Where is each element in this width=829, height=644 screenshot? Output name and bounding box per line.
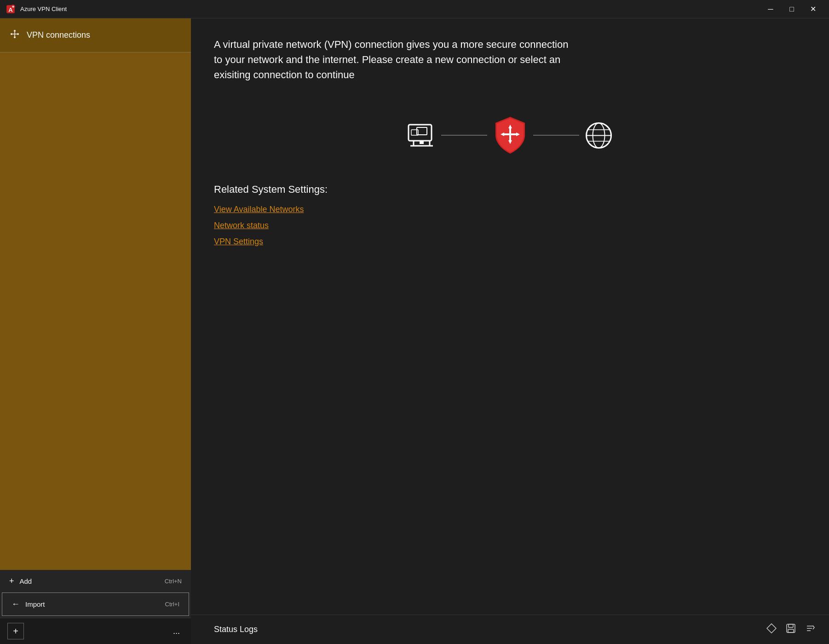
sidebar-header: VPN connections (0, 18, 191, 52)
add-action-left: + Add (9, 576, 32, 586)
add-icon: + (9, 576, 14, 586)
diagram-line-2 (533, 135, 579, 136)
sidebar-content (0, 52, 191, 570)
sort-log-button[interactable] (805, 623, 815, 636)
add-label: Add (20, 577, 32, 585)
related-settings-title: Related System Settings: (214, 184, 806, 196)
main-description: A virtual private network (VPN) connecti… (214, 37, 573, 82)
minimize-button[interactable]: ─ (760, 0, 781, 18)
import-icon: ← (12, 599, 20, 609)
vpn-settings-link[interactable]: VPN Settings (214, 237, 263, 247)
import-label: Import (25, 600, 45, 608)
svg-point-9 (14, 30, 16, 32)
window-controls: ─ □ ✕ (760, 0, 823, 18)
sidebar-header-label: VPN connections (27, 30, 90, 40)
status-logs-icons (766, 623, 815, 636)
app-title: Azure VPN Client (20, 6, 760, 12)
main-content: A virtual private network (VPN) connecti… (191, 18, 829, 644)
svg-rect-33 (789, 624, 793, 627)
svg-rect-17 (420, 141, 424, 144)
footer-add-button[interactable]: + (7, 623, 24, 639)
footer-more-button[interactable]: ... (169, 625, 184, 638)
save-log-button[interactable] (786, 623, 796, 636)
sidebar-footer: + ... (0, 618, 191, 644)
action-menu: + Add Ctrl+N ← Import Ctrl+I (0, 570, 191, 618)
clear-log-button[interactable] (766, 623, 777, 636)
status-logs-title: Status Logs (214, 625, 258, 634)
globe-icon (584, 121, 614, 150)
app-body: VPN connections + Add Ctrl+N ← Import Ct… (0, 18, 829, 644)
related-settings: Related System Settings: View Available … (214, 184, 806, 253)
svg-marker-31 (767, 624, 776, 633)
status-logs-bar: Status Logs (191, 615, 829, 644)
import-action-left: ← Import (12, 599, 45, 609)
title-bar: ⬡ A Azure VPN Client ─ □ ✕ (0, 0, 829, 18)
sidebar: VPN connections + Add Ctrl+N ← Import Ct… (0, 18, 191, 644)
import-shortcut: Ctrl+I (165, 601, 179, 608)
svg-point-8 (17, 33, 19, 35)
svg-point-7 (11, 33, 12, 35)
shield-icon (492, 115, 529, 156)
view-available-networks-link[interactable]: View Available Networks (214, 205, 304, 214)
svg-rect-34 (788, 629, 794, 632)
maximize-button[interactable]: □ (781, 0, 802, 18)
azure-logo-icon: ⬡ A (6, 4, 16, 14)
vpn-diagram (214, 115, 806, 156)
vpn-connections-icon (9, 29, 20, 42)
network-status-link[interactable]: Network status (214, 221, 269, 230)
svg-point-10 (14, 36, 16, 38)
import-action-item[interactable]: ← Import Ctrl+I (2, 592, 189, 616)
monitor-icon (407, 123, 437, 148)
add-shortcut: Ctrl+N (165, 578, 182, 585)
close-button[interactable]: ✕ (802, 0, 823, 18)
diagram-line-1 (441, 135, 487, 136)
add-action-item[interactable]: + Add Ctrl+N (0, 570, 191, 592)
